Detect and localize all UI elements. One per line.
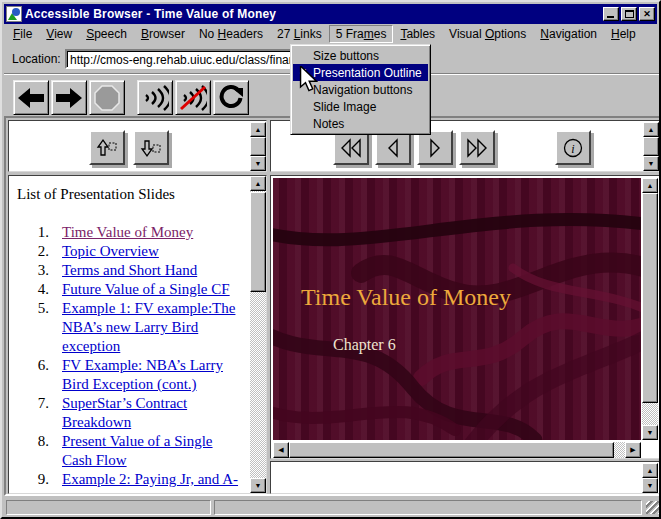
scroll-up-button[interactable]: ▲: [643, 122, 659, 137]
menu-browser[interactable]: Browser: [134, 25, 192, 43]
menu-tables[interactable]: Tables: [393, 25, 442, 43]
collapse-arrow-icon: [96, 138, 118, 158]
scroll-down-button[interactable]: ▼: [642, 478, 658, 493]
menu-navigation[interactable]: Navigation: [533, 25, 604, 43]
slide-link-example-1-fv-example-the-nba-s[interactable]: Example 1: FV example:The NBA’s new Larr…: [62, 299, 241, 356]
slide-number: 3.: [31, 261, 49, 280]
scroll-left-button[interactable]: ◀: [273, 442, 289, 458]
scroll-down-button[interactable]: ▼: [250, 156, 266, 171]
menu-item-size-buttons[interactable]: Size buttons: [293, 47, 428, 64]
back-button[interactable]: [13, 80, 49, 115]
first-slide-button[interactable]: [333, 130, 369, 165]
menu-item-slide-image[interactable]: Slide Image: [293, 98, 428, 115]
down-arrow-icon: ▼: [255, 482, 262, 489]
slide-link-superstar-s-contract-breakdown[interactable]: SuperStar’s Contract Breakdown: [62, 394, 241, 432]
scroll-up-button[interactable]: ▲: [250, 176, 266, 191]
status-message-left: [6, 500, 211, 515]
slide-link-future-value-of-a-single-cf[interactable]: Future Value of a Single CF: [62, 280, 241, 299]
scroll-down-button[interactable]: ▼: [643, 156, 659, 171]
menu-view[interactable]: View: [39, 25, 79, 43]
scroll-right-button[interactable]: ▶: [625, 442, 641, 458]
scroll-up-button[interactable]: ▲: [642, 463, 658, 478]
menu-item-label: Navigation buttons: [313, 83, 412, 97]
up-arrow-icon: ▲: [648, 126, 655, 133]
slide-link-time-value-of-money[interactable]: Time Value of Money: [62, 223, 241, 242]
outline-tools-frame: ▲ ▼: [8, 120, 267, 172]
menu-visual-options[interactable]: Visual Options: [442, 25, 533, 43]
menu-help[interactable]: Help: [604, 25, 643, 43]
menu-item-label: Presentation Outline: [313, 66, 422, 80]
outline-tools-scrollbar[interactable]: ▲ ▼: [250, 122, 266, 171]
close-button[interactable]: ✕: [639, 7, 655, 21]
slide-horizontal-scrollbar[interactable]: ◀ ▶: [273, 442, 641, 458]
previous-icon: [381, 137, 405, 159]
presentation-outline-frame: List of Presentation Slides 1.Time Value…: [8, 175, 267, 494]
slide-list-item: 1.Time Value of Money: [31, 223, 241, 242]
menu-speech[interactable]: Speech: [79, 25, 134, 43]
scrollbar-thumb[interactable]: [643, 137, 659, 156]
slide-image: Time Value of Money Chapter 6: [273, 178, 641, 440]
slide-list-item: 7.SuperStar’s Contract Breakdown: [31, 394, 241, 432]
outline-scrollbar[interactable]: ▲ ▼: [250, 176, 266, 493]
next-slide-button[interactable]: [417, 130, 453, 165]
expand-outline-button[interactable]: [133, 130, 169, 165]
notes-scrollbar[interactable]: ▲ ▼: [642, 463, 658, 493]
maximize-button[interactable]: [621, 7, 637, 21]
scroll-up-button[interactable]: ▲: [250, 122, 266, 137]
slide-link-present-value-of-a-single-cash[interactable]: Present Value of a Single Cash Flow: [62, 432, 241, 470]
slide-link-fv-example-nba-s-larry-bird-ex[interactable]: FV Example: NBA’s Larry Bird Exception (…: [62, 356, 241, 394]
last-slide-button[interactable]: [459, 130, 495, 165]
svg-text:i: i: [571, 141, 574, 155]
speaker-waves-icon: [141, 85, 169, 111]
scrollbar-thumb[interactable]: [642, 193, 658, 403]
up-arrow-icon: ▲: [255, 126, 262, 133]
speech-off-button[interactable]: [175, 80, 211, 115]
speaker-muted-icon: [179, 85, 207, 111]
menu-no-headers[interactable]: No Headers: [192, 25, 270, 43]
left-arrow-icon: ◀: [278, 446, 283, 453]
up-arrow-icon: ▲: [255, 180, 262, 187]
slide-title: Time Value of Money: [301, 284, 511, 311]
reload-button[interactable]: [213, 80, 249, 115]
application-icon: [6, 6, 22, 22]
scroll-down-button[interactable]: ▼: [642, 425, 658, 440]
slide-number: 6.: [31, 356, 49, 394]
slide-link-terms-and-short-hand[interactable]: Terms and Short Hand: [62, 261, 241, 280]
forward-button[interactable]: [51, 80, 87, 115]
scroll-up-button[interactable]: ▲: [642, 178, 658, 193]
menu-item-label: Size buttons: [313, 49, 379, 63]
scroll-down-button[interactable]: ▼: [250, 478, 266, 493]
menu-27-links[interactable]: 27 Links: [270, 25, 329, 43]
minimize-icon: [607, 16, 614, 18]
up-arrow-icon: ▲: [647, 182, 654, 189]
menu-item-notes[interactable]: Notes: [293, 115, 428, 132]
scrollbar-thumb[interactable]: [250, 192, 266, 292]
collapse-outline-button[interactable]: [89, 130, 125, 165]
frameset: ▲ ▼ List of Presentation Slides 1.Time V…: [4, 116, 661, 496]
slide-number: 4.: [31, 280, 49, 299]
nav-tools-scrollbar[interactable]: ▲ ▼: [643, 122, 659, 171]
scrollbar-thumb[interactable]: [289, 442, 614, 458]
menu-5-frames[interactable]: 5 Frames: [329, 25, 394, 43]
slide-link-example-2-paying-jr-and-a-rod[interactable]: Example 2: Paying Jr, and A-Rod: [62, 470, 241, 494]
previous-slide-button[interactable]: [375, 130, 411, 165]
scrollbar-thumb[interactable]: [250, 137, 266, 156]
close-icon: ✕: [643, 9, 651, 19]
slide-number: 2.: [31, 242, 49, 261]
minimize-button[interactable]: [603, 7, 619, 21]
menu-item-label: Notes: [313, 117, 344, 131]
menu-file[interactable]: File: [6, 25, 39, 43]
down-arrow-icon: ▼: [647, 429, 654, 436]
stop-button[interactable]: [89, 80, 125, 115]
slide-link-topic-overview[interactable]: Topic Overview: [62, 242, 241, 261]
next-icon: [423, 137, 447, 159]
status-message-right: [214, 500, 642, 515]
menu-item-label: Slide Image: [313, 100, 376, 114]
location-input[interactable]: http://cmos-eng.rehab.uiuc.edu/class/fin…: [65, 49, 296, 69]
slide-info-button[interactable]: i: [555, 130, 591, 165]
slide-vertical-scrollbar[interactable]: ▲ ▼: [642, 178, 658, 440]
slide-subtitle: Chapter 6: [333, 336, 396, 354]
speak-button[interactable]: [137, 80, 173, 115]
forward-icon: [54, 86, 84, 110]
resize-grip[interactable]: [646, 501, 659, 514]
